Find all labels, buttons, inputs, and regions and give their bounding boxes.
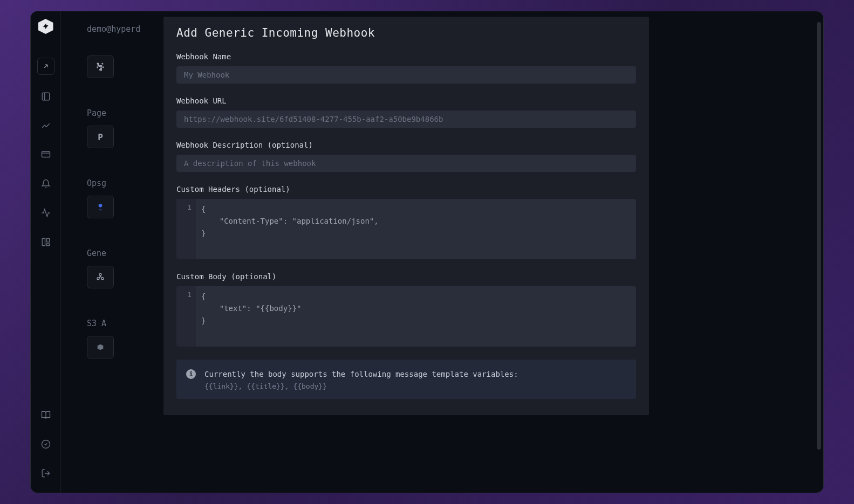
nav-docs[interactable] <box>37 406 54 424</box>
input-webhook-description[interactable] <box>176 155 636 172</box>
info-text: Currently the body supports the followin… <box>204 368 518 380</box>
label-webhook-url: Webhook URL <box>176 96 636 105</box>
add-webhook-modal: Add Generic Incoming Webhook Webhook Nam… <box>163 17 649 415</box>
label-custom-body: Custom Body (optional) <box>176 272 636 281</box>
bg-card-opsgenie[interactable] <box>87 196 114 218</box>
svg-point-9 <box>97 278 99 280</box>
scrollbar[interactable] <box>817 22 821 450</box>
nav-alerts[interactable] <box>37 175 54 192</box>
svg-rect-0 <box>42 93 50 100</box>
svg-point-10 <box>101 278 104 280</box>
nav-group <box>37 88 54 251</box>
bg-card-pagerduty[interactable]: P <box>87 126 114 148</box>
opsgenie-icon <box>95 202 106 212</box>
nav-logout[interactable] <box>37 465 54 482</box>
bg-card-generic[interactable] <box>87 266 114 288</box>
input-webhook-name[interactable] <box>176 66 636 84</box>
info-vars: {{link}}, {{title}}, {{body}} <box>204 382 518 390</box>
input-webhook-url[interactable] <box>176 111 636 128</box>
svg-rect-4 <box>42 238 45 246</box>
field-webhook-url: Webhook URL <box>176 96 636 128</box>
expand-sidebar-button[interactable] <box>37 58 54 75</box>
gutter-body: 1 <box>176 286 196 347</box>
label-webhook-name: Webhook Name <box>176 52 636 61</box>
nav-chart[interactable] <box>37 117 54 134</box>
bg-card-s3[interactable] <box>87 336 114 358</box>
code-headers[interactable]: { "Content-Type": "application/json", } <box>196 199 636 259</box>
nav-bottom-group <box>37 406 54 493</box>
field-custom-body: Custom Body (optional) 1 { "text": "{{bo… <box>176 272 636 347</box>
app-logo[interactable] <box>38 19 53 34</box>
label-custom-headers: Custom Headers (optional) <box>176 185 636 194</box>
webhook-icon <box>95 272 106 282</box>
modal-title: Add Generic Incoming Webhook <box>176 26 636 39</box>
pagerduty-icon: P <box>95 132 106 142</box>
nav-dashboard[interactable] <box>37 233 54 251</box>
editor-custom-headers[interactable]: 1 { "Content-Type": "application/json", … <box>176 199 636 259</box>
info-icon: i <box>186 369 196 379</box>
info-template-vars: i Currently the body supports the follow… <box>176 360 636 399</box>
nav-monitor[interactable] <box>37 146 54 163</box>
nav-columns[interactable] <box>37 88 54 105</box>
field-webhook-description: Webhook Description (optional) <box>176 141 636 172</box>
svg-rect-6 <box>46 244 49 246</box>
nav-health[interactable] <box>37 204 54 222</box>
bg-card-slack[interactable] <box>87 56 114 78</box>
svg-point-8 <box>99 204 103 208</box>
svg-rect-5 <box>46 238 49 242</box>
code-body[interactable]: { "text": "{{body}}" } <box>196 286 636 347</box>
gutter-headers: 1 <box>176 199 196 259</box>
sidebar <box>31 11 61 493</box>
field-custom-headers: Custom Headers (optional) 1 { "Content-T… <box>176 185 636 259</box>
slack-icon <box>95 61 106 72</box>
nav-status[interactable] <box>37 436 54 453</box>
main-area: demo@hyperd Page P Opsg <box>61 11 823 493</box>
app-window: demo@hyperd Page P Opsg <box>30 11 824 493</box>
svg-rect-2 <box>42 151 50 157</box>
label-webhook-description: Webhook Description (optional) <box>176 141 636 149</box>
field-webhook-name: Webhook Name <box>176 52 636 84</box>
aws-icon <box>95 342 106 353</box>
editor-custom-body[interactable]: 1 { "text": "{{body}}" } <box>176 286 636 347</box>
